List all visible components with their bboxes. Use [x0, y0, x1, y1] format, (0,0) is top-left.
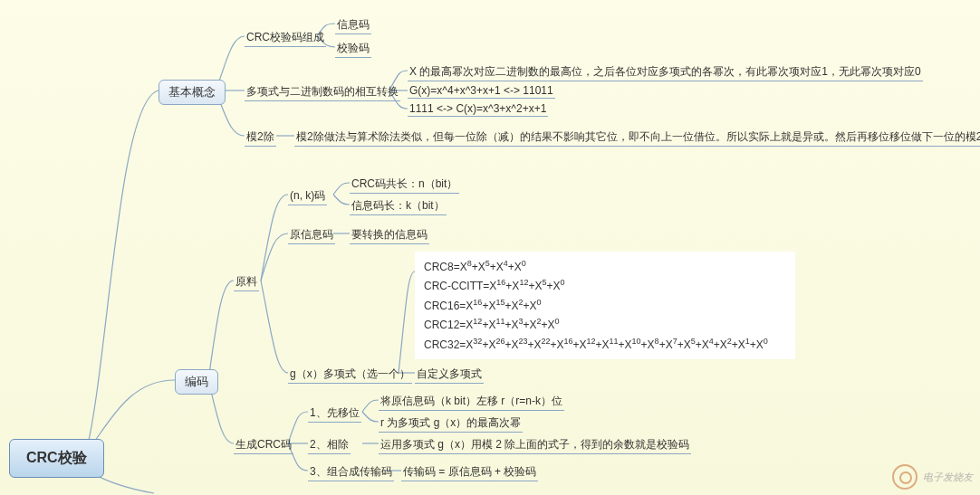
node-combine[interactable]: 3、组合成传输码: [308, 463, 394, 481]
leaf-shift-1: r 为多项式 g（x）的最高次幂: [379, 414, 523, 433]
node-encode[interactable]: 编码: [175, 369, 218, 395]
node-mod2[interactable]: 模2除: [245, 129, 276, 147]
leaf-custom-poly: 自定义多项式: [415, 366, 484, 384]
leaf-poly-1: G(x)=x^4+x^3+x+1 <-> 11011: [408, 83, 555, 99]
node-compose[interactable]: CRC校验码组成: [245, 29, 326, 47]
leaf-nk-0: CRC码共长：n（bit）: [350, 176, 459, 194]
watermark-text: 电子发烧友: [923, 471, 973, 484]
node-material[interactable]: 原料: [234, 273, 259, 291]
watermark: 电子发烧友: [892, 464, 973, 490]
leaf-nk-1: 信息码长：k（bit）: [350, 197, 447, 215]
leaf-poly-0: X 的最高幂次对应二进制数的最高位，之后各位对应多项式的各幂次，有此幂次项对应1…: [408, 63, 923, 81]
node-orig[interactable]: 原信息码: [288, 226, 335, 244]
watermark-icon: [892, 464, 918, 490]
node-shift[interactable]: 1、先移位: [308, 405, 361, 423]
leaf-orig-0: 要转换的信息码: [350, 226, 429, 244]
leaf-shift-0: 将原信息码（k bit）左移 r（r=n-k）位: [379, 393, 564, 411]
node-poly[interactable]: 多项式与二进制数码的相互转换: [245, 83, 400, 101]
leaf-mod2: 模2除做法与算术除法类似，但每一位除（减）的结果不影响其它位，即不向上一位借位。…: [294, 129, 980, 147]
leaf-div-0: 运用多项式 g（x）用模 2 除上面的式子，得到的余数就是校验码: [379, 436, 691, 454]
leaf-check-code: 校验码: [335, 40, 371, 58]
leaf-info-code: 信息码: [335, 16, 371, 34]
leaf-combine-0: 传输码 = 原信息码 + 校验码: [401, 463, 538, 481]
formula-box: CRC8=X8+X5+X4+X0CRC-CCITT=X16+X12+X5+X0C…: [415, 252, 795, 359]
node-div[interactable]: 2、相除: [308, 436, 351, 454]
leaf-poly-2: 1111 <-> C(x)=x^3+x^2+x+1: [408, 101, 548, 117]
node-gen[interactable]: 生成CRC码: [234, 436, 293, 454]
node-nk[interactable]: (n, k)码: [288, 187, 327, 205]
node-gx[interactable]: g（x）多项式（选一个）: [288, 366, 412, 384]
node-basic[interactable]: 基本概念: [159, 80, 226, 105]
root-node[interactable]: CRC校验: [9, 439, 104, 478]
